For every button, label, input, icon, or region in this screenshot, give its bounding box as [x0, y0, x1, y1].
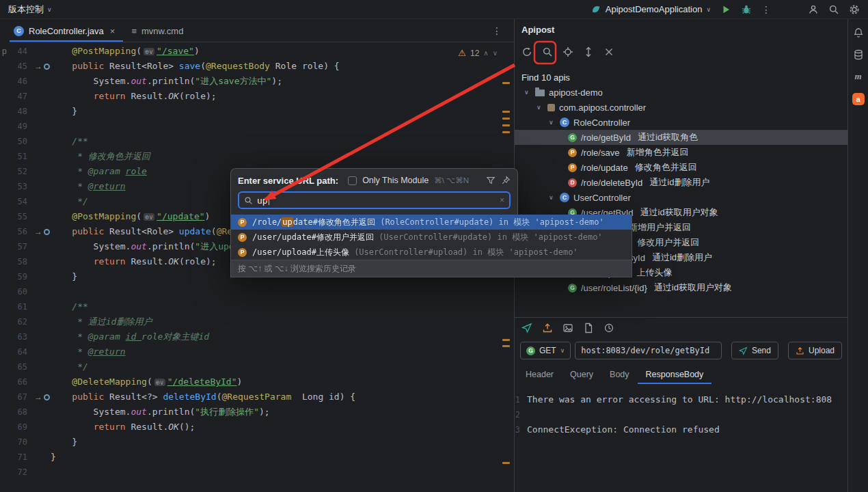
line-number[interactable]: 50	[10, 134, 34, 149]
line-number[interactable]: 47	[10, 89, 34, 104]
code-line[interactable]: 65 */	[0, 359, 514, 374]
code-line[interactable]: 50 /**	[0, 134, 514, 149]
pin-icon[interactable]	[501, 176, 511, 185]
search-result-row[interactable]: P/role/update#修改角色并返回 (RoleController#up…	[231, 215, 632, 230]
inspections-widget[interactable]: ⚠ 12 ∧ ∨	[458, 48, 498, 58]
code-text[interactable]: return Result.OK(role);	[51, 254, 217, 269]
code-text[interactable]: * @return	[51, 344, 126, 359]
apipost-plugin-icon[interactable]: a	[852, 93, 865, 105]
more-actions-button[interactable]: ⋮	[761, 4, 771, 15]
warning-stripe-mark[interactable]	[502, 339, 510, 341]
run-endpoint-icon[interactable]: →	[34, 59, 42, 74]
vcs-widget[interactable]: 版本控制 ∨	[8, 3, 52, 16]
tab-mvnw[interactable]: ≡ mvnw.cmd	[123, 20, 191, 42]
code-text[interactable]: System.out.println("执行删除操作");	[51, 405, 270, 420]
tab-body[interactable]: Body	[601, 365, 638, 384]
document-icon[interactable]	[583, 323, 594, 333]
code-line[interactable]: 72	[0, 465, 514, 480]
response-line[interactable]: 3ConnectException: Connection refused	[515, 422, 847, 437]
clear-icon[interactable]: ×	[500, 195, 504, 205]
mapping-icon[interactable]	[44, 64, 50, 70]
code-line[interactable]: 61 /**	[0, 299, 514, 314]
debug-button[interactable]	[741, 4, 752, 15]
line-number[interactable]: 68	[10, 405, 34, 420]
code-line[interactable]: 69 return Result.OK();	[0, 420, 514, 435]
line-number[interactable]: 69	[10, 420, 34, 435]
response-line[interactable]: 1There was an error accessing to URL: ht…	[515, 392, 847, 407]
refresh-icon[interactable]	[521, 46, 532, 57]
line-number[interactable]: 71	[10, 450, 34, 465]
only-module-checkbox[interactable]	[348, 176, 357, 185]
tree-node[interactable]: ∨CRoleController	[515, 115, 847, 130]
line-number[interactable]: 61	[10, 299, 34, 314]
warning-stripe-mark[interactable]	[502, 131, 510, 133]
code-text[interactable]: return Result.OK();	[51, 420, 195, 435]
tree-node[interactable]: ∨com.apipost.controller	[515, 100, 847, 115]
code-line[interactable]: 60	[0, 284, 514, 299]
tree-node[interactable]: ∨apipost-demo	[515, 85, 847, 100]
warning-stripe-mark[interactable]	[502, 82, 510, 84]
warning-stripe-mark[interactable]	[502, 118, 510, 120]
line-number[interactable]: 55	[10, 209, 34, 224]
send-button[interactable]: Send	[731, 342, 778, 359]
chevron-down-icon[interactable]: ∨	[524, 89, 531, 96]
line-number[interactable]: 51	[10, 149, 34, 164]
code-text[interactable]: }	[51, 450, 56, 465]
line-number[interactable]: 72	[10, 465, 34, 480]
settings-gear-icon[interactable]	[849, 4, 860, 15]
code-line[interactable]: 62 * 通过id删除用户	[0, 314, 514, 329]
line-number[interactable]: 59	[10, 269, 34, 284]
next-warning-icon[interactable]: ∨	[493, 49, 498, 57]
line-number[interactable]: 62	[10, 314, 34, 329]
filter-icon[interactable]	[486, 176, 496, 185]
code-text[interactable]: public Result<?> deleteById(@RequestPara…	[51, 390, 355, 405]
send-plane-icon[interactable]	[521, 323, 532, 333]
history-clock-icon[interactable]	[603, 323, 614, 333]
code-text[interactable]: @DeleteMapping(⊕∨"/deleteById")	[51, 374, 242, 390]
chevron-down-icon[interactable]: ∨	[549, 119, 556, 126]
code-line[interactable]: 63 * @param id role对象主键id	[0, 329, 514, 344]
code-line[interactable]: 49	[0, 119, 514, 134]
code-text[interactable]: public Result<Role> save(@RequestBody Ro…	[51, 59, 340, 74]
close-icon[interactable]: ×	[110, 26, 116, 36]
tab-header[interactable]: Header	[517, 365, 562, 384]
code-text[interactable]: * 通过id删除用户	[51, 314, 152, 329]
code-text[interactable]: @PostMapping(⊕∨"/save")	[51, 44, 200, 59]
upload-icon[interactable]	[542, 323, 553, 333]
chevron-down-icon[interactable]: ∨	[537, 104, 543, 111]
code-text[interactable]: /**	[51, 299, 88, 314]
code-text[interactable]: System.out.println("进入save方法中");	[51, 74, 282, 89]
method-dropdown[interactable]: G GET ∨	[520, 342, 571, 359]
code-text[interactable]: */	[51, 359, 88, 374]
line-number[interactable]: 45	[10, 59, 34, 74]
warning-stripe-mark[interactable]	[502, 462, 510, 464]
line-number[interactable]: 49	[10, 119, 34, 134]
search-icon[interactable]	[828, 4, 839, 15]
code-text[interactable]: }	[51, 269, 77, 284]
line-number[interactable]: 46	[10, 74, 34, 89]
collapse-icon[interactable]	[603, 46, 614, 57]
code-line[interactable]: 66 @DeleteMapping(⊕∨"/deleteById")	[0, 374, 514, 390]
mapping-icon[interactable]	[44, 394, 50, 400]
warning-stripe-mark[interactable]	[502, 111, 510, 113]
code-line[interactable]: 67→ public Result<?> deleteById(@Request…	[0, 390, 514, 405]
run-button[interactable]	[720, 4, 731, 15]
upload-button[interactable]: Upload	[788, 342, 842, 359]
run-endpoint-icon[interactable]: →	[34, 224, 42, 239]
code-line[interactable]: 48 }	[0, 104, 514, 119]
line-number[interactable]: 65	[10, 359, 34, 374]
code-text[interactable]: * @param role	[51, 164, 147, 179]
code-text[interactable]: * @param id role对象主键id	[51, 329, 209, 344]
prev-warning-icon[interactable]: ∧	[483, 49, 488, 57]
line-number[interactable]: 52	[10, 164, 34, 179]
code-line[interactable]: 47 return Result.OK(role);	[0, 89, 514, 104]
line-number[interactable]: 70	[10, 435, 34, 450]
warning-stripe-mark[interactable]	[502, 345, 510, 347]
line-number[interactable]: 54	[10, 194, 34, 209]
line-number[interactable]: 66	[10, 374, 34, 390]
search-icon[interactable]	[542, 46, 553, 57]
image-icon[interactable]	[562, 323, 573, 333]
code-text[interactable]: * 修改角色并返回	[51, 149, 150, 164]
api-tree-item[interactable]: G/role/getById通过id获取角色	[515, 130, 847, 145]
line-number[interactable]: 63	[10, 329, 34, 344]
